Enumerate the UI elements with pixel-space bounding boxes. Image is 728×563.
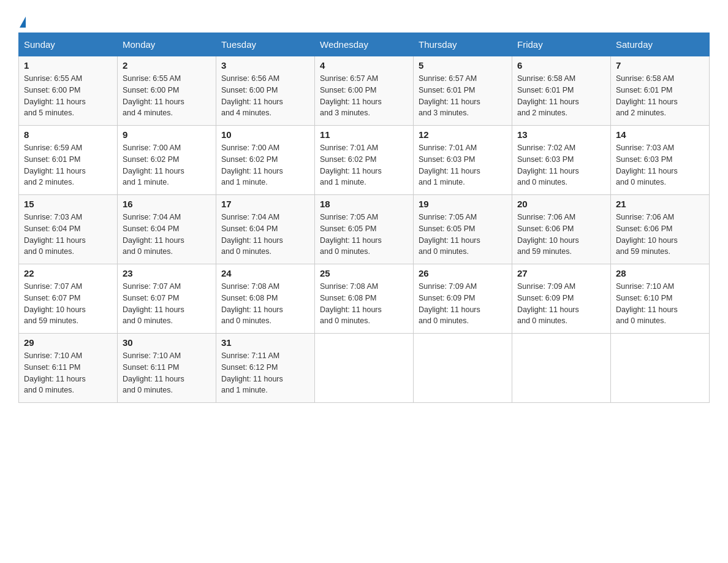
day-info: Sunrise: 6:55 AM Sunset: 6:00 PM Dayligh… bbox=[123, 73, 211, 119]
day-info: Sunrise: 7:08 AM Sunset: 6:08 PM Dayligh… bbox=[320, 281, 408, 327]
column-header-friday: Friday bbox=[512, 33, 611, 56]
calendar-week-row: 22Sunrise: 7:07 AM Sunset: 6:07 PM Dayli… bbox=[19, 264, 710, 334]
day-info: Sunrise: 6:56 AM Sunset: 6:00 PM Dayligh… bbox=[221, 73, 309, 119]
day-info: Sunrise: 7:01 AM Sunset: 6:02 PM Dayligh… bbox=[320, 142, 408, 188]
day-number: 1 bbox=[24, 60, 112, 71]
page-header bbox=[18, 12, 710, 26]
calendar-day-cell: 26Sunrise: 7:09 AM Sunset: 6:09 PM Dayli… bbox=[414, 264, 512, 334]
calendar-day-cell: 4Sunrise: 6:57 AM Sunset: 6:00 PM Daylig… bbox=[315, 56, 414, 126]
day-number: 11 bbox=[320, 129, 408, 140]
calendar-day-cell: 27Sunrise: 7:09 AM Sunset: 6:09 PM Dayli… bbox=[512, 264, 611, 334]
calendar-day-cell: 20Sunrise: 7:06 AM Sunset: 6:06 PM Dayli… bbox=[512, 195, 611, 264]
calendar-day-cell: 25Sunrise: 7:08 AM Sunset: 6:08 PM Dayli… bbox=[315, 264, 414, 334]
day-number: 28 bbox=[616, 268, 704, 278]
calendar-day-cell: 16Sunrise: 7:04 AM Sunset: 6:04 PM Dayli… bbox=[118, 195, 216, 264]
calendar-empty-cell bbox=[611, 334, 710, 403]
day-info: Sunrise: 7:00 AM Sunset: 6:02 PM Dayligh… bbox=[123, 142, 211, 188]
column-header-wednesday: Wednesday bbox=[315, 33, 414, 56]
day-number: 14 bbox=[616, 129, 704, 140]
day-info: Sunrise: 7:09 AM Sunset: 6:09 PM Dayligh… bbox=[517, 281, 605, 327]
calendar-table: SundayMondayTuesdayWednesdayThursdayFrid… bbox=[18, 33, 710, 403]
calendar-day-cell: 18Sunrise: 7:05 AM Sunset: 6:05 PM Dayli… bbox=[315, 195, 414, 264]
day-number: 17 bbox=[221, 199, 309, 209]
calendar-day-cell: 9Sunrise: 7:00 AM Sunset: 6:02 PM Daylig… bbox=[118, 126, 216, 195]
day-info: Sunrise: 7:05 AM Sunset: 6:05 PM Dayligh… bbox=[419, 212, 507, 258]
day-number: 12 bbox=[419, 129, 507, 140]
calendar-header-row: SundayMondayTuesdayWednesdayThursdayFrid… bbox=[19, 33, 710, 56]
calendar-week-row: 1Sunrise: 6:55 AM Sunset: 6:00 PM Daylig… bbox=[19, 56, 710, 126]
calendar-day-cell: 31Sunrise: 7:11 AM Sunset: 6:12 PM Dayli… bbox=[216, 334, 315, 403]
logo-triangle-icon bbox=[20, 17, 26, 28]
calendar-day-cell: 7Sunrise: 6:58 AM Sunset: 6:01 PM Daylig… bbox=[611, 56, 710, 126]
day-info: Sunrise: 7:11 AM Sunset: 6:12 PM Dayligh… bbox=[221, 350, 309, 396]
day-info: Sunrise: 7:10 AM Sunset: 6:11 PM Dayligh… bbox=[123, 350, 211, 396]
calendar-day-cell: 11Sunrise: 7:01 AM Sunset: 6:02 PM Dayli… bbox=[315, 126, 414, 195]
calendar-day-cell: 28Sunrise: 7:10 AM Sunset: 6:10 PM Dayli… bbox=[611, 264, 710, 334]
day-number: 10 bbox=[221, 129, 309, 140]
day-number: 13 bbox=[517, 129, 605, 140]
day-number: 30 bbox=[123, 337, 211, 348]
day-number: 29 bbox=[24, 337, 112, 348]
day-number: 21 bbox=[616, 199, 704, 209]
day-info: Sunrise: 7:06 AM Sunset: 6:06 PM Dayligh… bbox=[616, 212, 704, 258]
calendar-day-cell: 15Sunrise: 7:03 AM Sunset: 6:04 PM Dayli… bbox=[19, 195, 118, 264]
calendar-empty-cell bbox=[512, 334, 611, 403]
day-info: Sunrise: 7:04 AM Sunset: 6:04 PM Dayligh… bbox=[221, 212, 309, 258]
logo bbox=[18, 12, 27, 26]
day-number: 16 bbox=[123, 199, 211, 209]
day-number: 8 bbox=[24, 129, 112, 140]
day-info: Sunrise: 7:10 AM Sunset: 6:11 PM Dayligh… bbox=[24, 350, 112, 396]
column-header-saturday: Saturday bbox=[611, 33, 710, 56]
day-info: Sunrise: 6:55 AM Sunset: 6:00 PM Dayligh… bbox=[24, 73, 112, 119]
day-number: 23 bbox=[123, 268, 211, 278]
day-info: Sunrise: 7:05 AM Sunset: 6:05 PM Dayligh… bbox=[320, 212, 408, 258]
column-header-monday: Monday bbox=[118, 33, 216, 56]
day-number: 19 bbox=[419, 199, 507, 209]
day-number: 5 bbox=[419, 60, 507, 71]
calendar-empty-cell bbox=[414, 334, 512, 403]
calendar-day-cell: 1Sunrise: 6:55 AM Sunset: 6:00 PM Daylig… bbox=[19, 56, 118, 126]
day-info: Sunrise: 7:09 AM Sunset: 6:09 PM Dayligh… bbox=[419, 281, 507, 327]
calendar-day-cell: 12Sunrise: 7:01 AM Sunset: 6:03 PM Dayli… bbox=[414, 126, 512, 195]
calendar-week-row: 8Sunrise: 6:59 AM Sunset: 6:01 PM Daylig… bbox=[19, 126, 710, 195]
day-number: 24 bbox=[221, 268, 309, 278]
day-info: Sunrise: 6:58 AM Sunset: 6:01 PM Dayligh… bbox=[616, 73, 704, 119]
calendar-day-cell: 29Sunrise: 7:10 AM Sunset: 6:11 PM Dayli… bbox=[19, 334, 118, 403]
calendar-day-cell: 6Sunrise: 6:58 AM Sunset: 6:01 PM Daylig… bbox=[512, 56, 611, 126]
calendar-week-row: 29Sunrise: 7:10 AM Sunset: 6:11 PM Dayli… bbox=[19, 334, 710, 403]
day-number: 9 bbox=[123, 129, 211, 140]
column-header-thursday: Thursday bbox=[414, 33, 512, 56]
column-header-tuesday: Tuesday bbox=[216, 33, 315, 56]
day-info: Sunrise: 7:07 AM Sunset: 6:07 PM Dayligh… bbox=[123, 281, 211, 327]
calendar-day-cell: 19Sunrise: 7:05 AM Sunset: 6:05 PM Dayli… bbox=[414, 195, 512, 264]
day-number: 2 bbox=[123, 60, 211, 71]
calendar-day-cell: 23Sunrise: 7:07 AM Sunset: 6:07 PM Dayli… bbox=[118, 264, 216, 334]
calendar-day-cell: 2Sunrise: 6:55 AM Sunset: 6:00 PM Daylig… bbox=[118, 56, 216, 126]
calendar-day-cell: 17Sunrise: 7:04 AM Sunset: 6:04 PM Dayli… bbox=[216, 195, 315, 264]
day-number: 20 bbox=[517, 199, 605, 209]
day-info: Sunrise: 7:04 AM Sunset: 6:04 PM Dayligh… bbox=[123, 212, 211, 258]
calendar-day-cell: 14Sunrise: 7:03 AM Sunset: 6:03 PM Dayli… bbox=[611, 126, 710, 195]
day-info: Sunrise: 7:00 AM Sunset: 6:02 PM Dayligh… bbox=[221, 142, 309, 188]
calendar-day-cell: 8Sunrise: 6:59 AM Sunset: 6:01 PM Daylig… bbox=[19, 126, 118, 195]
day-number: 4 bbox=[320, 60, 408, 71]
day-info: Sunrise: 6:57 AM Sunset: 6:00 PM Dayligh… bbox=[320, 73, 408, 119]
day-info: Sunrise: 7:07 AM Sunset: 6:07 PM Dayligh… bbox=[24, 281, 112, 327]
day-info: Sunrise: 7:03 AM Sunset: 6:03 PM Dayligh… bbox=[616, 142, 704, 188]
day-info: Sunrise: 7:03 AM Sunset: 6:04 PM Dayligh… bbox=[24, 212, 112, 258]
day-info: Sunrise: 6:57 AM Sunset: 6:01 PM Dayligh… bbox=[419, 73, 507, 119]
day-info: Sunrise: 6:58 AM Sunset: 6:01 PM Dayligh… bbox=[517, 73, 605, 119]
calendar-day-cell: 13Sunrise: 7:02 AM Sunset: 6:03 PM Dayli… bbox=[512, 126, 611, 195]
day-number: 31 bbox=[221, 337, 309, 348]
calendar-empty-cell bbox=[315, 334, 414, 403]
day-info: Sunrise: 7:08 AM Sunset: 6:08 PM Dayligh… bbox=[221, 281, 309, 327]
day-number: 18 bbox=[320, 199, 408, 209]
calendar-day-cell: 10Sunrise: 7:00 AM Sunset: 6:02 PM Dayli… bbox=[216, 126, 315, 195]
day-number: 22 bbox=[24, 268, 112, 278]
calendar-day-cell: 3Sunrise: 6:56 AM Sunset: 6:00 PM Daylig… bbox=[216, 56, 315, 126]
day-number: 26 bbox=[419, 268, 507, 278]
day-info: Sunrise: 7:06 AM Sunset: 6:06 PM Dayligh… bbox=[517, 212, 605, 258]
calendar-day-cell: 21Sunrise: 7:06 AM Sunset: 6:06 PM Dayli… bbox=[611, 195, 710, 264]
day-info: Sunrise: 7:10 AM Sunset: 6:10 PM Dayligh… bbox=[616, 281, 704, 327]
day-number: 15 bbox=[24, 199, 112, 209]
